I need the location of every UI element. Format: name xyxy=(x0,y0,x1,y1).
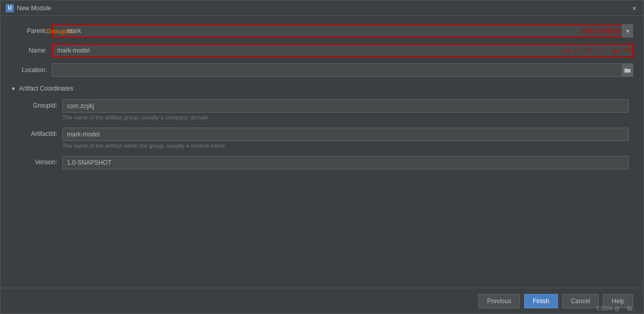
name-row: Name: イレ ゆピゼ ここ、 あ-パザ- xyxy=(11,44,633,57)
parent-input-group: GroupId: 将被自动地被使用到 ▼ xyxy=(52,24,633,38)
close-button[interactable]: × xyxy=(630,4,638,12)
finish-button[interactable]: Finish xyxy=(524,294,558,308)
artifact-section-header: ▼ Artifact Coordinates xyxy=(11,85,633,92)
groupid-field: The name of the artifact group, usually … xyxy=(62,99,633,126)
name-input-wrapper: イレ ゆピゼ ここ、 あ-パザ- xyxy=(52,44,633,57)
artifactid-hint: The name of the artifact within the grou… xyxy=(62,143,633,149)
version-field xyxy=(62,156,633,169)
version-row: Version: xyxy=(16,156,633,169)
artifactid-input[interactable] xyxy=(62,128,629,141)
artifact-section-title: Artifact Coordinates xyxy=(19,85,73,92)
name-label: Name: xyxy=(11,47,52,54)
parent-dropdown-arrow[interactable]: ▼ xyxy=(622,24,633,38)
groupid-label: GroupId: xyxy=(16,99,62,109)
app-icon: U xyxy=(6,4,14,12)
location-label: Location: xyxy=(11,66,52,74)
name-annotation: イレ ゆピゼ ここ、 あ-パザ- xyxy=(562,47,633,55)
dialog-footer: Previous Finish Cancel Help xyxy=(1,288,643,313)
title-bar-left: U New Module xyxy=(6,4,51,12)
location-row: Location: E:\学习\后端\mark\mark-model xyxy=(11,63,633,77)
csdn-watermark: CSDN @ 「毅」 xyxy=(597,305,638,312)
previous-button[interactable]: Previous xyxy=(478,294,520,308)
svg-rect-1 xyxy=(624,68,627,70)
parent-module-icon: GroupId: xyxy=(55,26,65,36)
parent-row: Parent: GroupId: 将被自动地被使用到 ▼ xyxy=(11,24,633,38)
parent-field: GroupId: 将被自动地被使用到 ▼ xyxy=(52,24,633,38)
artifactid-row: ArtifactId: The name of the artifact wit… xyxy=(16,128,633,154)
groupid-row: GroupId: The name of the artifact group,… xyxy=(16,99,633,126)
location-input[interactable]: E:\学习\后端\mark\mark-model xyxy=(52,63,622,77)
name-field: イレ ゆピゼ ここ、 あ-パザ- xyxy=(52,44,633,57)
artifact-toggle[interactable]: ▼ xyxy=(11,86,16,92)
cancel-button[interactable]: Cancel xyxy=(562,294,599,308)
dialog-title: New Module xyxy=(17,5,51,12)
title-bar: U New Module × xyxy=(1,1,643,16)
version-input[interactable] xyxy=(62,156,629,169)
artifactid-label: ArtifactId: xyxy=(16,128,62,137)
parent-input-wrapper: GroupId: 将被自动地被使用到 xyxy=(52,24,633,38)
version-label: Version: xyxy=(16,156,62,166)
location-field: E:\学习\后端\mark\mark-model xyxy=(52,63,633,77)
artifactid-field: The name of the artifact within the grou… xyxy=(62,128,633,154)
new-module-dialog: U New Module × Parent: GroupId: 将被自动地被使用… xyxy=(0,0,644,314)
groupid-input[interactable] xyxy=(62,99,629,113)
dialog-content: Parent: GroupId: 将被自动地被使用到 ▼ Name: イレ ゆピ xyxy=(1,16,643,288)
folder-icon xyxy=(624,67,631,73)
name-input[interactable] xyxy=(53,45,559,56)
artifact-section-body: GroupId: The name of the artifact group,… xyxy=(16,99,633,169)
parent-input[interactable] xyxy=(67,25,577,37)
groupid-hint: The name of the artifact group, usually … xyxy=(62,114,633,120)
location-browse-button[interactable] xyxy=(622,63,633,77)
